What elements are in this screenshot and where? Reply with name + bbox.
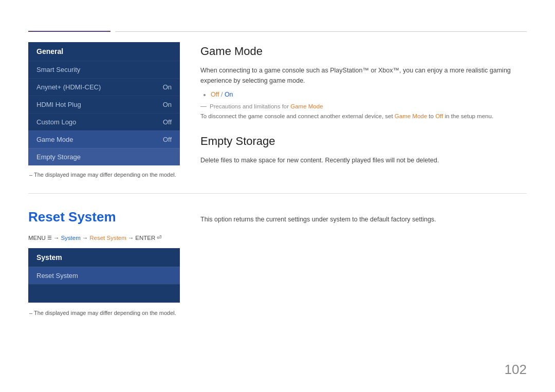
top-dividers: [28, 31, 527, 32]
arrow2: →: [82, 235, 88, 241]
menu-header: General: [28, 42, 180, 61]
off-text: Off: [211, 91, 219, 98]
system-link: System: [61, 235, 80, 241]
note1: – The displayed image may differ dependi…: [28, 172, 180, 178]
menu-item-anynet[interactable]: Anynet+ (HDMI-CEC) On: [28, 78, 180, 96]
menu-item-label: Empty Storage: [36, 153, 81, 161]
menu-item-empty-storage[interactable]: Empty Storage: [28, 148, 180, 165]
game-mode-bullet-item: Off / On: [211, 91, 527, 98]
menu-item-label: Game Mode: [36, 136, 73, 143]
reset-left: Reset System MENU ☰ → System → Reset Sys…: [28, 209, 180, 316]
menu-item-value: Off: [163, 118, 172, 126]
menu-path: MENU ☰ → System → Reset System → ENTER ⏎: [28, 234, 180, 241]
empty-storage-title: Empty Storage: [200, 135, 527, 148]
menu-item-value: Off: [163, 136, 172, 143]
menu-text: MENU: [28, 235, 46, 241]
menu-item-smart-security[interactable]: Smart Security: [28, 61, 180, 78]
menu-item-label: Anynet+ (HDMI-CEC): [36, 83, 101, 91]
reset-link: Reset System: [89, 235, 126, 241]
precaution-link: Game Mode: [290, 103, 323, 109]
menu-item-label: Custom Logo: [36, 118, 76, 126]
reset-desc: This option returns the current settings…: [200, 214, 527, 225]
enter-text: ENTER: [135, 235, 155, 241]
menu-item-reset-system[interactable]: Reset System: [28, 267, 180, 284]
menu-blank-row: [28, 284, 180, 303]
precaution-text: Precautions and limitations for Game Mod…: [210, 102, 323, 111]
main-layout: General Smart Security Anynet+ (HDMI-CEC…: [28, 42, 527, 178]
system-menu: System Reset System: [28, 248, 180, 303]
arrow3: →: [128, 235, 134, 241]
menu-item-value: On: [163, 101, 172, 108]
empty-storage-desc: Delete files to make space for new conte…: [200, 155, 527, 165]
game-mode-bullet-list: Off / On: [211, 91, 527, 98]
menu-item-hdmi-hot-plug[interactable]: HDMI Hot Plug On: [28, 96, 180, 113]
enter-icon: ⏎: [157, 234, 161, 241]
game-mode-link2: Game Mode: [395, 113, 427, 119]
reset-section: Reset System MENU ☰ → System → Reset Sys…: [28, 209, 527, 316]
left-panel: General Smart Security Anynet+ (HDMI-CEC…: [28, 42, 180, 178]
separator: /: [221, 91, 225, 98]
off-link: Off: [435, 113, 443, 119]
page-number: 102: [505, 362, 527, 378]
small-note: To disconnect the game console and conne…: [200, 113, 527, 119]
note2: – The displayed image may differ dependi…: [28, 310, 180, 316]
precaution-row: — Precautions and limitations for Game M…: [200, 102, 527, 111]
general-menu: General Smart Security Anynet+ (HDMI-CEC…: [28, 42, 180, 165]
reset-system-title: Reset System: [28, 209, 180, 225]
game-mode-desc: When connecting to a game console such a…: [200, 65, 527, 86]
game-mode-title: Game Mode: [200, 45, 527, 58]
menu-item-value: On: [163, 83, 172, 91]
system-menu-header: System: [28, 248, 180, 267]
menu-item-label: Reset System: [36, 272, 78, 279]
menu-icon: ☰: [47, 235, 52, 240]
divider-long: [116, 31, 527, 32]
right-panel: Game Mode When connecting to a game cons…: [200, 42, 527, 178]
arrow1: →: [53, 235, 60, 241]
precaution-dash: —: [200, 103, 207, 110]
menu-item-label: HDMI Hot Plug: [36, 101, 81, 108]
menu-item-game-mode[interactable]: Game Mode Off: [28, 130, 180, 148]
section-divider: [28, 193, 527, 194]
on-text: On: [225, 91, 233, 98]
divider-short: [28, 31, 110, 32]
menu-item-custom-logo[interactable]: Custom Logo Off: [28, 113, 180, 130]
reset-right: This option returns the current settings…: [200, 209, 527, 316]
menu-item-label: Smart Security: [36, 66, 80, 73]
